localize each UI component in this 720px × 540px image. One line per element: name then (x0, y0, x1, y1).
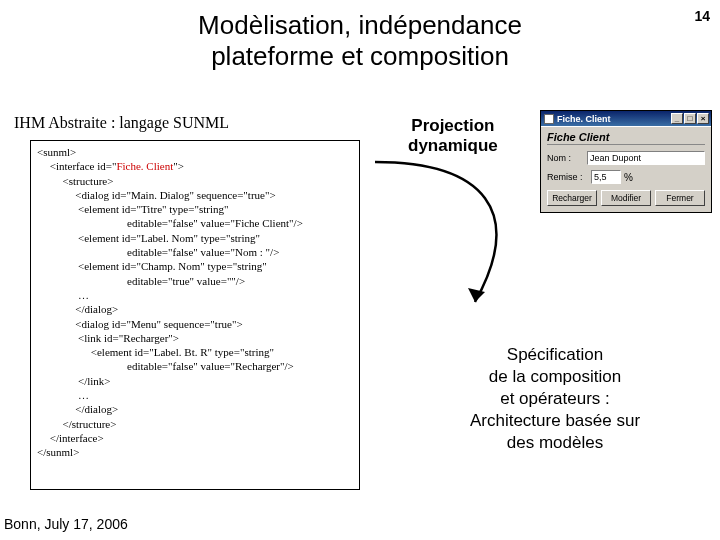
close-button[interactable]: × (697, 113, 709, 124)
code-line: <element id="Label. Nom" type="string" (37, 231, 353, 245)
spec-line: et opérateurs : (500, 389, 610, 408)
code-line: </link> (37, 374, 353, 388)
label-nom: Nom : (547, 153, 587, 163)
mock-window: Fiche. Client _ □ × Fiche Client Nom : R… (540, 110, 712, 213)
title-line-1: Modèlisation, indépendance (198, 10, 522, 40)
projection-line-2: dynamique (408, 136, 498, 155)
code-block: <sunml> <interface id="Fiche. Client"> <… (30, 140, 360, 490)
percent-label: % (624, 172, 633, 183)
code-line: editable="false" value="Fiche Client"/> (37, 216, 353, 230)
window-title: Fiche. Client (557, 114, 611, 124)
modifier-button[interactable]: Modifier (601, 190, 651, 206)
code-line: <sunml> (37, 145, 353, 159)
slide-title: Modèlisation, indépendance plateforme et… (0, 10, 720, 72)
minimize-button[interactable]: _ (671, 113, 683, 124)
projection-label: Projection dynamique (408, 116, 498, 157)
code-line: editable="false" value="Recharger"/> (37, 359, 353, 373)
row-remise: Remise : % (547, 170, 705, 184)
svg-marker-0 (468, 288, 485, 302)
mock-body: Fiche Client Nom : Remise : % Recharger … (541, 126, 711, 212)
code-line: </dialog> (37, 402, 353, 416)
recharger-button[interactable]: Recharger (547, 190, 597, 206)
projection-line-1: Projection (411, 116, 494, 135)
code-line: <element id="Champ. Nom" type="string" (37, 259, 353, 273)
row-nom: Nom : (547, 151, 705, 165)
window-icon (544, 114, 554, 124)
code-line: <element id="Titre" type="string" (37, 202, 353, 216)
code-line: … (37, 288, 353, 302)
spec-line: Architecture basée sur (470, 411, 640, 430)
code-line: </structure> (37, 417, 353, 431)
label-remise: Remise : (547, 172, 591, 182)
code-line: editable="true" value=""/> (37, 274, 353, 288)
code-line: <structure> (37, 174, 353, 188)
divider (547, 144, 705, 145)
spec-line: de la composition (489, 367, 621, 386)
specification-label: Spécification de la composition et opéra… (405, 344, 705, 454)
title-line-2: plateforme et composition (211, 41, 509, 71)
curved-arrow (355, 152, 555, 322)
mock-button-row: Recharger Modifier Fermer (547, 190, 705, 206)
maximize-button[interactable]: □ (684, 113, 696, 124)
mock-titlebar: Fiche. Client _ □ × (541, 111, 711, 126)
section-heading: IHM Abstraite : langage SUNML (14, 114, 229, 132)
footer: Bonn, July 17, 2006 (4, 516, 128, 532)
input-nom[interactable] (587, 151, 705, 165)
page-number: 14 (694, 8, 710, 24)
code-line: <interface id="Fiche. Client"> (37, 159, 353, 173)
code-line: editable="false" value="Nom : "/> (37, 245, 353, 259)
code-line: <dialog id="Menu" sequence="true"> (37, 317, 353, 331)
spec-line: Spécification (507, 345, 603, 364)
input-remise[interactable] (591, 170, 621, 184)
code-line: <dialog id="Main. Dialog" sequence="true… (37, 188, 353, 202)
code-line: … (37, 388, 353, 402)
code-line: </dialog> (37, 302, 353, 316)
code-line: </sunml> (37, 445, 353, 459)
mock-heading: Fiche Client (547, 131, 705, 143)
fermer-button[interactable]: Fermer (655, 190, 705, 206)
code-line: </interface> (37, 431, 353, 445)
spec-line: des modèles (507, 433, 603, 452)
code-line: <element id="Label. Bt. R" type="string" (37, 345, 353, 359)
code-line: <link id="Recharger"> (37, 331, 353, 345)
